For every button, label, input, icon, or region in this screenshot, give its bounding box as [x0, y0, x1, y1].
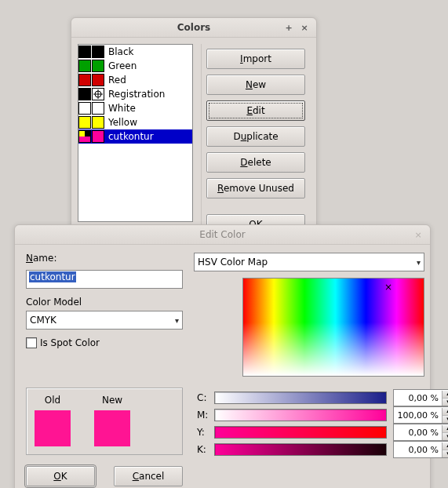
- chevron-down-icon: ▾: [417, 258, 421, 267]
- new-color-swatch: [94, 410, 130, 446]
- list-item[interactable]: Green: [78, 59, 192, 73]
- color-swatch: [78, 60, 91, 72]
- y-slider[interactable]: [214, 426, 387, 439]
- checkbox-box: [26, 337, 37, 348]
- list-item-label: Black: [105, 46, 133, 57]
- colors-titlebar: Colors + ×: [71, 18, 316, 38]
- m-label: M:: [197, 410, 208, 421]
- name-label: Name:: [26, 253, 183, 264]
- spin-down-icon[interactable]: ▾: [443, 416, 448, 423]
- window-shade-button[interactable]: +: [283, 22, 294, 33]
- c-slider[interactable]: [214, 391, 387, 404]
- color-map-select[interactable]: HSV Color Map ▾: [194, 253, 424, 271]
- list-item[interactable]: White: [78, 101, 192, 115]
- color-actions-column: Import New Edit Duplicate Delete Remove …: [201, 44, 310, 235]
- edit-close-button[interactable]: ×: [413, 229, 424, 240]
- spin-down-icon[interactable]: ▾: [443, 450, 448, 457]
- k-label: K:: [197, 444, 208, 455]
- list-item[interactable]: Yellow: [78, 115, 192, 129]
- colors-title: Colors: [177, 22, 210, 33]
- chevron-down-icon: ▾: [175, 316, 179, 325]
- m-slider[interactable]: [214, 409, 387, 421]
- spin-down-icon[interactable]: ▾: [443, 399, 448, 406]
- name-input[interactable]: cutkontur: [26, 270, 183, 289]
- window-close-button[interactable]: ×: [299, 22, 310, 33]
- new-label: New: [102, 395, 122, 406]
- remove-unused-button[interactable]: Remove Unused: [206, 178, 305, 198]
- c-label: C:: [197, 392, 208, 403]
- registration-icon: [92, 88, 104, 100]
- k-slider[interactable]: [214, 443, 387, 456]
- new-button[interactable]: New: [206, 75, 305, 95]
- list-item[interactable]: Registration: [78, 87, 192, 101]
- k-spin[interactable]: 0,00 %▴▾: [393, 441, 448, 458]
- color-swatch: [78, 102, 91, 115]
- y-spin[interactable]: 0,00 %▴▾: [393, 424, 448, 441]
- edit-button[interactable]: Edit: [206, 100, 305, 121]
- is-spot-checkbox[interactable]: Is Spot Color: [26, 337, 183, 348]
- color-swatch: [78, 46, 91, 58]
- spin-up-icon[interactable]: ▴: [443, 391, 448, 399]
- hsv-marker: ×: [384, 282, 392, 293]
- spin-up-icon[interactable]: ▴: [443, 425, 448, 433]
- edit-color-window: Edit Color × Name: cutkontur Color Model…: [14, 224, 431, 488]
- list-item-label: Registration: [105, 89, 165, 100]
- spin-up-icon[interactable]: ▴: [443, 408, 448, 416]
- spin-down-icon[interactable]: ▾: [443, 433, 448, 440]
- m-spin[interactable]: 100,00 %▴▾: [393, 406, 448, 424]
- color-swatch: [78, 116, 91, 129]
- list-item-label: Green: [105, 60, 137, 71]
- list-item[interactable]: cutkontur: [78, 129, 192, 144]
- import-button[interactable]: Import: [206, 49, 305, 69]
- color-swatch: [78, 130, 91, 143]
- list-item[interactable]: Black: [78, 45, 192, 59]
- edit-color-title: Edit Color: [199, 229, 245, 240]
- list-item-label: Red: [105, 75, 126, 86]
- edit-ok-button[interactable]: OK: [26, 466, 95, 486]
- list-item-label: White: [105, 103, 136, 114]
- list-item[interactable]: Red: [78, 73, 192, 87]
- color-model-label: Color Model: [26, 297, 183, 308]
- old-new-panel: Old New: [26, 388, 183, 455]
- delete-button[interactable]: Delete: [206, 152, 305, 173]
- color-model-select[interactable]: CMYK ▾: [26, 311, 183, 330]
- old-color-swatch: [35, 410, 71, 446]
- y-label: Y:: [197, 427, 208, 438]
- duplicate-button[interactable]: Duplicate: [206, 126, 305, 147]
- edit-color-titlebar: Edit Color ×: [15, 225, 430, 245]
- colors-window: Colors + × BlackGreenRedRegistrationWhit…: [71, 17, 317, 243]
- list-item-label: cutkontur: [105, 131, 154, 142]
- c-spin[interactable]: 0,00 %▴▾: [393, 389, 448, 406]
- color-swatch: [78, 74, 91, 86]
- edit-cancel-button[interactable]: Cancel: [114, 466, 183, 486]
- old-label: Old: [45, 395, 60, 406]
- list-item-label: Yellow: [105, 117, 137, 128]
- hsv-color-map[interactable]: ×: [242, 278, 424, 377]
- color-list[interactable]: BlackGreenRedRegistrationWhiteYellowcutk…: [78, 44, 193, 222]
- spin-up-icon[interactable]: ▴: [443, 442, 448, 450]
